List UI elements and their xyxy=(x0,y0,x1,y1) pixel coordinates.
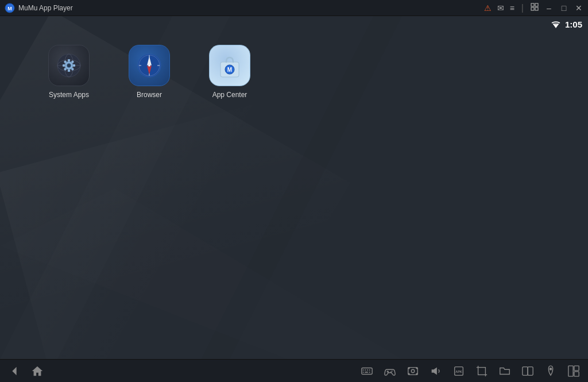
main-area: 1:05 xyxy=(0,16,588,359)
bag-icon: M xyxy=(216,52,243,79)
wifi-icon xyxy=(551,21,560,28)
svg-rect-45 xyxy=(369,371,370,372)
svg-rect-16 xyxy=(68,59,70,61)
gear-icon xyxy=(55,52,83,79)
svg-rect-64 xyxy=(523,366,528,375)
svg-rect-22 xyxy=(63,64,65,67)
folder-button[interactable] xyxy=(498,365,511,377)
svg-marker-56 xyxy=(432,367,437,375)
mail-icon[interactable]: ✉ xyxy=(497,3,504,13)
app-item-browser[interactable]: Browser xyxy=(126,45,172,99)
app-center-icon-wrapper: M xyxy=(209,45,250,86)
svg-rect-44 xyxy=(365,371,368,372)
back-button[interactable] xyxy=(8,365,21,377)
apk-button[interactable]: APK xyxy=(452,365,465,377)
svg-rect-4 xyxy=(531,7,534,10)
title-controls: ⚠ ✉ ≡ | – □ ✕ xyxy=(484,3,583,13)
svg-rect-65 xyxy=(528,366,533,375)
svg-rect-54 xyxy=(416,373,418,375)
app-logo-icon: M xyxy=(5,3,15,13)
svg-rect-40 xyxy=(365,369,366,371)
svg-point-66 xyxy=(550,368,552,371)
home-button[interactable] xyxy=(31,365,44,377)
svg-point-15 xyxy=(67,64,71,68)
svg-text:M: M xyxy=(7,5,12,11)
svg-rect-18 xyxy=(73,64,75,67)
menu-icon[interactable]: ≡ xyxy=(510,3,514,13)
svg-rect-51 xyxy=(408,367,410,369)
status-bar: 1:05 xyxy=(546,16,588,33)
layout-button[interactable] xyxy=(567,365,580,377)
svg-rect-68 xyxy=(574,365,579,370)
svg-rect-53 xyxy=(408,373,410,375)
svg-marker-36 xyxy=(12,366,16,375)
title-text: MuMu App Player xyxy=(18,4,73,12)
svg-rect-41 xyxy=(367,369,368,371)
svg-rect-69 xyxy=(574,371,579,376)
maximize-button[interactable]: □ xyxy=(559,3,568,13)
browser-icon-wrapper xyxy=(129,45,170,86)
app-item-system-apps[interactable]: System Apps xyxy=(46,45,92,99)
svg-rect-3 xyxy=(535,3,538,6)
location-button[interactable] xyxy=(544,365,557,377)
app-grid: System Apps Browser xyxy=(46,45,253,99)
app-item-app-center[interactable]: M App Center xyxy=(207,45,253,99)
clock: 1:05 xyxy=(565,20,582,29)
minimize-button[interactable]: – xyxy=(544,3,554,13)
svg-rect-2 xyxy=(531,3,534,6)
title-bar: M MuMu App Player ⚠ ✉ ≡ | – □ ✕ xyxy=(0,0,588,16)
system-apps-label: System Apps xyxy=(49,91,89,99)
crop-button[interactable] xyxy=(475,365,488,377)
volume-button[interactable] xyxy=(430,365,442,377)
svg-point-49 xyxy=(390,371,392,372)
svg-point-48 xyxy=(392,371,393,372)
taskbar-left xyxy=(8,365,44,377)
system-apps-icon-wrapper xyxy=(48,45,90,86)
taskbar: APK xyxy=(0,359,588,382)
svg-rect-67 xyxy=(568,365,573,376)
svg-rect-43 xyxy=(363,371,364,372)
multi-instance-button[interactable] xyxy=(521,365,534,377)
app-center-label: App Center xyxy=(212,91,247,99)
svg-marker-37 xyxy=(32,366,42,376)
svg-text:M: M xyxy=(227,67,232,73)
close-button[interactable]: ✕ xyxy=(574,3,583,13)
svg-rect-39 xyxy=(363,369,364,371)
compass-icon xyxy=(136,52,163,79)
browser-label: Browser xyxy=(137,91,162,99)
svg-rect-42 xyxy=(369,369,370,371)
svg-text:APK: APK xyxy=(455,369,462,373)
svg-rect-59 xyxy=(478,367,486,375)
keyboard-button[interactable] xyxy=(361,365,373,377)
svg-marker-9 xyxy=(553,24,559,28)
svg-rect-52 xyxy=(416,367,418,369)
svg-rect-20 xyxy=(68,70,70,72)
screenshot-button[interactable] xyxy=(407,365,419,377)
svg-rect-38 xyxy=(362,368,372,374)
svg-point-55 xyxy=(411,369,415,373)
gamepad-button[interactable] xyxy=(384,365,396,377)
resize-icon[interactable] xyxy=(531,3,539,13)
taskbar-center: APK xyxy=(361,365,580,377)
title-left: M MuMu App Player xyxy=(5,3,73,13)
svg-rect-5 xyxy=(535,7,538,10)
alert-icon[interactable]: ⚠ xyxy=(484,3,492,13)
